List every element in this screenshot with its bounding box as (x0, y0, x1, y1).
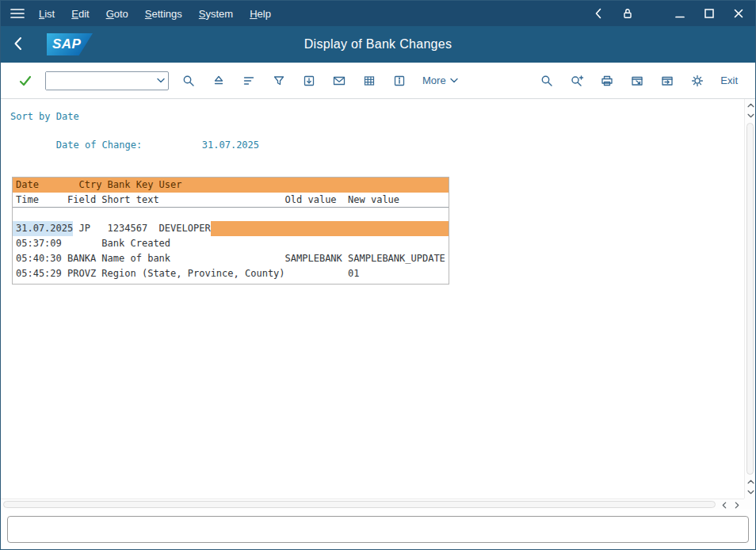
sap-window: List Edit Goto Settings System Help (0, 0, 756, 550)
date-of-change-label: Date of Change: (56, 138, 202, 152)
list-button[interactable] (239, 71, 259, 91)
lock-icon[interactable] (619, 5, 636, 22)
maximize-button[interactable] (701, 5, 718, 22)
filter-button[interactable] (269, 71, 289, 91)
printer-icon (600, 74, 614, 88)
print-button[interactable] (597, 71, 617, 91)
table-row-key[interactable]: 31.07.2025 JP 1234567 DEVELOPER (13, 221, 449, 236)
envelope-icon (332, 74, 346, 88)
scroll-down-icon[interactable] (745, 487, 755, 497)
exit-label: Exit (720, 74, 738, 86)
filter-funnel-icon (272, 74, 286, 88)
date-of-change-value: 31.07.2025 (202, 139, 259, 151)
shortcut-window-icon (630, 74, 644, 88)
horizontal-scrollbar[interactable] (1, 498, 744, 510)
exit-button[interactable]: Exit (717, 71, 741, 90)
table-row[interactable]: 05:37:09 Bank Created (13, 236, 449, 251)
export-button[interactable] (299, 71, 319, 91)
cell-change-date[interactable]: 31.07.2025 (13, 221, 73, 236)
change-report: Sort by Date Date of Change:31.07.2025 D… (10, 109, 736, 491)
search-icon (540, 74, 554, 88)
mail-button[interactable] (329, 71, 349, 91)
minimize-button[interactable] (671, 5, 689, 22)
table-header-row-1: Date Ctry Bank Key User (13, 178, 449, 193)
command-combobox[interactable] (45, 71, 169, 90)
horizontal-scroll-thumb[interactable] (3, 501, 716, 508)
search-button[interactable] (536, 71, 557, 91)
menu-item-help[interactable]: Help (250, 8, 271, 20)
check-icon (18, 74, 32, 88)
key-row-highlight (211, 221, 449, 236)
statusbar (1, 510, 755, 549)
menu-item-goto[interactable]: Goto (106, 8, 128, 20)
change-table: Date Ctry Bank Key User Time Field Short… (12, 177, 449, 285)
information-button[interactable] (389, 71, 410, 91)
titlebar: SAP Display of Bank Changes (1, 26, 755, 63)
export-box-icon (302, 74, 316, 88)
shortcut-button[interactable] (627, 71, 647, 91)
scrollbar-corner (744, 498, 755, 510)
menu-item-settings[interactable]: Settings (145, 8, 182, 20)
more-button[interactable]: More (419, 71, 461, 90)
scroll-up-icon[interactable] (745, 101, 755, 110)
application-toolbar: More (1, 63, 755, 99)
table-row[interactable]: 05:45:29 PROVZ Region (State, Province, … (13, 266, 449, 281)
sort-by-line: Sort by Date (10, 109, 736, 124)
command-input[interactable] (46, 72, 154, 90)
menubar: List Edit Goto Settings System Help (1, 1, 755, 26)
vertical-scrollbar[interactable] (744, 99, 755, 498)
vertical-scroll-thumb[interactable] (746, 123, 754, 475)
status-message-field[interactable] (7, 516, 749, 543)
table-row[interactable]: 05:40:30 BANKA Name of bank SAMPLEBANK S… (13, 251, 449, 266)
scroll-up-icon[interactable] (745, 477, 755, 487)
hamburger-menu-icon[interactable] (9, 5, 26, 22)
cell-key-fields: JP 1234567 DEVELOPER (73, 221, 210, 236)
search-plus-icon (570, 74, 584, 88)
close-button[interactable] (730, 5, 747, 22)
chevron-down-icon (450, 78, 458, 83)
back-button[interactable] (12, 36, 29, 53)
more-label: More (422, 74, 446, 86)
scroll-right-icon[interactable] (731, 499, 743, 510)
gear-icon (690, 74, 704, 88)
settings-button[interactable] (687, 71, 708, 91)
menu-item-system[interactable]: System (199, 8, 233, 20)
menu-item-edit[interactable]: Edit (71, 8, 89, 20)
table-header-row-2: Time Field Short text Old value New valu… (13, 193, 449, 208)
new-window-button[interactable] (657, 71, 678, 91)
continue-button[interactable] (15, 71, 36, 91)
menu-items: List Edit Goto Settings System Help (39, 8, 271, 20)
sort-ascending-button[interactable] (208, 71, 229, 91)
back-chevron-icon[interactable] (590, 5, 607, 22)
table-blank-row (13, 208, 449, 221)
spreadsheet-grid-icon (362, 74, 376, 88)
menu-item-list[interactable]: List (39, 8, 55, 20)
date-of-change-line: Date of Change:31.07.2025 (10, 124, 736, 166)
search-more-button[interactable] (567, 71, 587, 91)
list-output-area: Sort by Date Date of Change:31.07.2025 D… (1, 99, 755, 510)
sort-ascending-icon (212, 74, 226, 88)
new-window-icon (660, 74, 674, 88)
list-lines-icon (242, 74, 256, 88)
scroll-down-icon[interactable] (745, 111, 755, 120)
information-icon (392, 74, 407, 88)
spreadsheet-button[interactable] (359, 71, 380, 91)
find-button[interactable] (178, 71, 199, 91)
scroll-left-icon[interactable] (719, 499, 730, 510)
magnifier-icon (181, 74, 196, 88)
page-title: Display of Bank Changes (1, 37, 755, 52)
combo-chevron-down-icon[interactable] (154, 72, 168, 90)
